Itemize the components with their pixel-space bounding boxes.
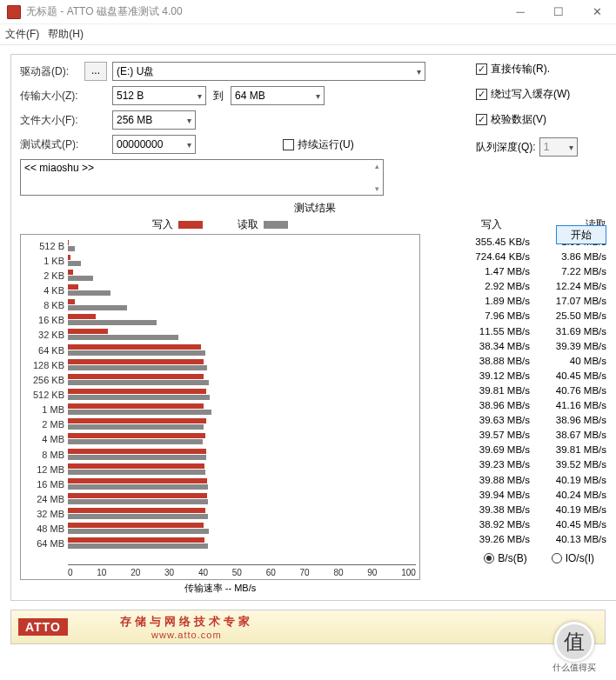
- window-title: 无标题 - ATTO 磁盘基准测试 4.00: [26, 4, 501, 19]
- data-row: 38.96 MB/s41.16 MB/s: [432, 398, 610, 413]
- drive-label: 驱动器(D):: [20, 64, 84, 79]
- x-axis-label: 传输速率 -- MB/s: [20, 582, 420, 595]
- queue-depth-select[interactable]: 1▾: [539, 137, 578, 157]
- test-mode-label: 测试模式(P):: [20, 137, 84, 152]
- size-to-label: 到: [213, 89, 224, 103]
- menu-help[interactable]: 帮助(H): [48, 27, 84, 42]
- results-title: 测试结果: [20, 201, 610, 216]
- watermark: 值 什么值得买: [539, 621, 609, 675]
- data-row: 39.38 MB/s40.19 MB/s: [432, 503, 610, 517]
- atto-logo: ATTO: [18, 618, 68, 636]
- main-panel: 驱动器(D): ... (E:) U盘▾ 传输大小(Z): 512 B▾ 到 6…: [10, 54, 616, 601]
- direct-transfer-checkbox[interactable]: ✓直接传输(R).: [476, 62, 606, 77]
- data-row: 7.96 MB/s25.50 MB/s: [432, 309, 610, 323]
- data-row: 11.55 MB/s31.69 MB/s: [432, 324, 610, 339]
- chevron-down-icon: ▾: [417, 67, 421, 77]
- data-row: 39.94 MB/s40.24 MB/s: [432, 488, 610, 503]
- data-row: 1.89 MB/s17.07 MB/s: [432, 294, 610, 309]
- maximize-button[interactable]: ☐: [539, 0, 578, 24]
- transfer-size-label: 传输大小(Z):: [20, 89, 84, 103]
- bypass-cache-checkbox[interactable]: ✓绕过写入缓存(W): [476, 87, 606, 102]
- data-row: 39.88 MB/s40.19 MB/s: [432, 473, 610, 488]
- chevron-down-icon: ▾: [187, 116, 191, 125]
- chart: 512 B1 KB2 KB4 KB8 KB16 KB32 KB64 KB128 …: [20, 234, 420, 580]
- file-size-label: 文件大小(F):: [20, 113, 84, 128]
- data-row: 1.47 MB/s7.22 MB/s: [432, 264, 610, 279]
- verify-data-checkbox[interactable]: ✓校验数据(V): [476, 112, 606, 127]
- col-write: 写入: [432, 217, 502, 232]
- data-row: 39.69 MB/s39.81 MB/s: [432, 443, 610, 457]
- drive-select[interactable]: (E:) U盘▾: [112, 62, 425, 81]
- menu-file[interactable]: 文件(F): [5, 27, 39, 42]
- data-row: 39.12 MB/s40.45 MB/s: [432, 369, 610, 383]
- legend-write: 写入: [152, 217, 203, 232]
- unit-ios-radio[interactable]: IO/s(I): [552, 552, 594, 564]
- data-row: 39.81 MB/s40.76 MB/s: [432, 383, 610, 398]
- legend-read: 读取: [238, 217, 288, 232]
- data-row: 39.63 MB/s38.96 MB/s: [432, 413, 610, 428]
- unit-bs-radio[interactable]: B/s(B): [484, 552, 526, 564]
- start-button[interactable]: 开始: [556, 225, 606, 244]
- file-size-select[interactable]: 256 MB▾: [112, 110, 196, 130]
- browse-button[interactable]: ...: [84, 62, 107, 81]
- minimize-button[interactable]: ─: [501, 0, 539, 24]
- test-mode-select[interactable]: 00000000▾: [112, 135, 196, 154]
- data-row: 39.57 MB/s38.67 MB/s: [432, 428, 610, 443]
- footer-banner: ATTO 存储与网络技术专家www.atto.com: [10, 610, 606, 644]
- data-row: 2.92 MB/s12.24 MB/s: [432, 279, 610, 294]
- data-row: 39.23 MB/s39.52 MB/s: [432, 457, 610, 472]
- data-row: 38.88 MB/s40 MB/s: [432, 354, 610, 369]
- chevron-down-icon: ▾: [187, 140, 191, 150]
- close-button[interactable]: ✕: [578, 0, 616, 24]
- data-row: 38.34 MB/s39.39 MB/s: [432, 339, 610, 354]
- app-icon: [7, 5, 21, 19]
- chevron-down-icon: ▾: [569, 143, 573, 152]
- size-from-select[interactable]: 512 B▾: [112, 86, 206, 105]
- chevron-down-icon: ▾: [198, 91, 202, 101]
- queue-depth-label: 队列深度(Q):: [476, 140, 536, 155]
- description-box[interactable]: << miaoshu >> ▴▾: [20, 159, 384, 196]
- data-row: 38.92 MB/s40.45 MB/s: [432, 517, 610, 532]
- size-to-select[interactable]: 64 MB▾: [231, 86, 325, 105]
- continuous-checkbox[interactable]: 持续运行(U): [283, 137, 354, 152]
- data-row: 724.64 KB/s3.86 MB/s: [432, 250, 610, 264]
- scroll-down-icon[interactable]: ▾: [375, 184, 379, 193]
- chevron-down-icon: ▾: [316, 91, 320, 101]
- scroll-up-icon[interactable]: ▴: [375, 162, 379, 170]
- data-row: 39.26 MB/s40.13 MB/s: [432, 532, 610, 547]
